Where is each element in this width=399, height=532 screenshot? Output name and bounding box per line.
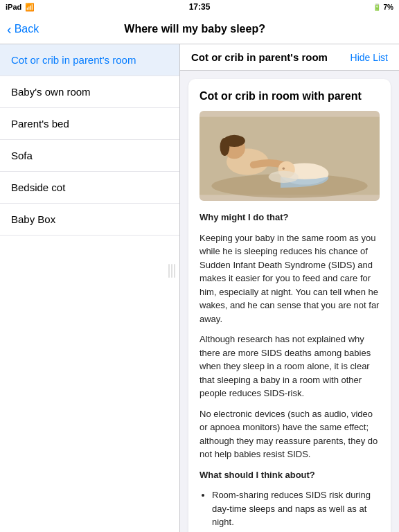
sidebar-item-cot-in-room[interactable]: Cot or crib in parent's room [0,44,179,76]
right-panel: Cot or crib in parent's room Hide List C… [180,44,399,532]
what-heading: What should I think about? [200,470,315,480]
why-para-2: Although research has not explained why … [200,332,380,400]
why-heading: Why might I do that? [200,212,289,222]
device-label: iPad [6,3,21,11]
nav-bar: ‹ Back Where will my baby sleep? [0,14,399,44]
svg-point-8 [283,167,285,169]
what-bullets-list: Room-sharing reduces SIDS risk during da… [200,488,380,532]
right-panel-title: Cot or crib in parent's room [191,51,328,63]
hide-list-button[interactable]: Hide List [351,52,388,63]
what-bullet-0: Room-sharing reduces SIDS risk during da… [212,488,380,529]
sidebar-item-label: Bedside cot [11,181,65,193]
why-para-3: No electronic devices (such as audio, vi… [200,407,380,461]
sidebar-item-parents-bed[interactable]: Parent's bed [0,108,179,140]
status-bar: iPad 📶 17:35 🔋 7% [0,0,399,14]
sidebar-item-babys-own-room[interactable]: Baby's own room [0,76,179,108]
sidebar-item-label: Baby Box [11,213,55,225]
nav-title: Where will my baby sleep? [0,23,392,35]
sidebar-item-label: Cot or crib in parent's room [11,54,136,66]
battery-level: 7% [384,3,393,11]
sidebar: Cot or crib in parent's room Baby's own … [0,44,180,532]
why-para-1: Keeping your baby in the same room as yo… [200,231,380,326]
drag-handle [168,264,175,278]
article-body: Why might I do that? Keeping your baby i… [200,211,380,532]
right-panel-header: Cot or crib in parent's room Hide List [180,44,399,71]
main-content: Cot or crib in parent's room Baby's own … [0,44,399,532]
article-image [200,111,380,201]
status-left: iPad 📶 [6,3,35,12]
sidebar-item-label: Sofa [11,150,33,161]
status-time: 17:35 [189,2,211,12]
sidebar-item-label: Parent's bed [11,118,69,130]
sidebar-item-sofa[interactable]: Sofa [0,140,179,172]
wifi-icon: 📶 [25,3,35,12]
article-card: Cot or crib in room with parent [188,79,391,532]
article-title: Cot or crib in room with parent [200,90,380,103]
sidebar-item-baby-box[interactable]: Baby Box [0,204,179,236]
sidebar-item-bedside-cot[interactable]: Bedside cot [0,172,179,204]
battery-icon: 🔋 [373,3,381,11]
status-right: 🔋 7% [373,3,393,11]
sidebar-item-label: Baby's own room [11,86,91,98]
svg-point-5 [220,138,229,156]
svg-point-9 [269,171,299,183]
